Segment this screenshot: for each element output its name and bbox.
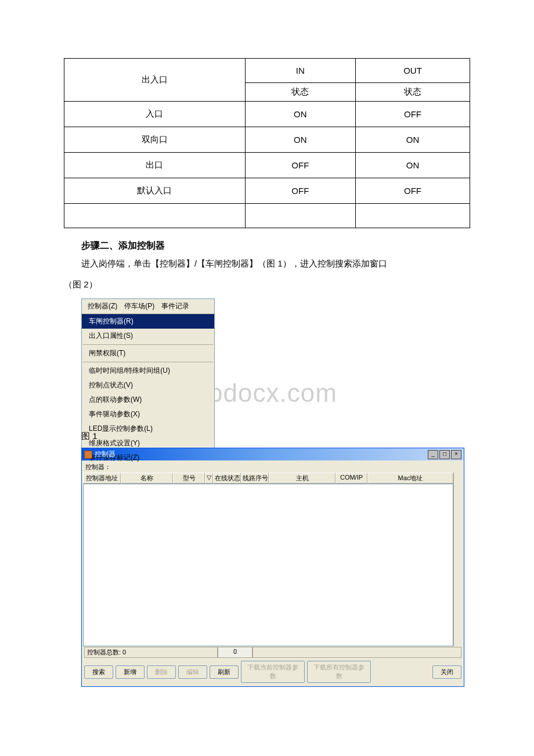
col-sort-icon[interactable]: ▽ — [205, 473, 213, 484]
menu-bar: 控制器(Z) 停车场(P) 事件记录 — [82, 299, 214, 314]
col-header-1: 出入口 — [64, 59, 246, 102]
menu-dropdown: 车闸控制器(R) 出入口属性(S) 闸禁权限(T) 临时时间组/特殊时间组(U)… — [82, 314, 214, 465]
table-row: 双向口 ON ON — [64, 127, 470, 153]
menu-bar-parking[interactable]: 停车场(P) — [121, 300, 158, 312]
controller-window: 控制器 _ □ × 控制器： 控制器地址 名称 型号 ▽ 在线状态 线路序号 主… — [81, 448, 464, 687]
menu-item-event-drive[interactable]: 事件驱动参数(X) — [82, 407, 214, 422]
menu-item-ctrl-point-state[interactable]: 控制点状态(V) — [82, 378, 214, 393]
io-state-table: 出入口 IN OUT 状态 状态 入口 ON OFF 双向口 ON ON 出口 … — [64, 58, 470, 228]
menu-bar-controller[interactable]: 控制器(Z) — [84, 300, 121, 312]
col-mac[interactable]: Mac地址 — [367, 473, 453, 484]
delete-button[interactable]: 删除 — [147, 665, 176, 679]
col-header-out-top: OUT — [355, 59, 470, 83]
button-row: 搜索 新增 删除 编辑 刷新 下载当前控制器参数 下载所有控制器参数 关闭 — [83, 658, 463, 685]
table-row: 入口 ON OFF — [64, 102, 470, 127]
paragraph-2: （图 2） — [64, 278, 470, 291]
status-number: 0 — [218, 647, 252, 658]
col-host[interactable]: 主机 — [269, 473, 335, 484]
table-row-empty — [64, 204, 470, 228]
add-button[interactable]: 新增 — [116, 665, 145, 679]
vertical-scrollbar[interactable] — [453, 473, 463, 646]
col-ctrl-addr[interactable]: 控制器地址 — [83, 473, 121, 484]
menu-item-gate-controller[interactable]: 车闸控制器(R) — [82, 314, 214, 329]
close-icon[interactable]: × — [451, 450, 461, 459]
refresh-button[interactable]: 刷新 — [210, 665, 239, 679]
close-button[interactable]: 关闭 — [432, 665, 461, 679]
app-icon — [84, 451, 92, 459]
col-header-in-bottom: 状态 — [245, 83, 355, 102]
col-header-out-bottom: 状态 — [355, 83, 470, 102]
minimize-icon[interactable]: _ — [428, 450, 438, 459]
col-com-ip[interactable]: COM/IP — [335, 473, 367, 484]
status-bar: 控制器总数: 0 0 — [83, 646, 463, 658]
edit-button[interactable]: 编辑 — [178, 665, 207, 679]
status-total: 控制器总数: 0 — [84, 647, 218, 658]
grid-body-empty — [83, 484, 453, 646]
download-all-button[interactable]: 下载所有控制器参数 — [307, 661, 371, 683]
menu-item-time-group[interactable]: 临时时间组/特殊时间组(U) — [82, 363, 214, 378]
table-row: 默认入口 OFF OFF — [64, 178, 470, 204]
col-name[interactable]: 名称 — [121, 473, 173, 484]
grid-header: 控制器地址 名称 型号 ▽ 在线状态 线路序号 主机 COM/IP Mac地址 — [83, 473, 453, 484]
menu-separator — [83, 344, 213, 345]
menu-bar-event[interactable]: 事件记录 — [158, 300, 193, 312]
maximize-icon[interactable]: □ — [439, 450, 450, 459]
col-model[interactable]: 型号 — [173, 473, 205, 484]
step-title: 步骤二、添加控制器 — [81, 240, 470, 252]
download-current-button[interactable]: 下载当前控制器参数 — [241, 661, 305, 683]
menu-item-gate-permission[interactable]: 闸禁权限(T) — [82, 346, 214, 361]
col-header-in-top: IN — [245, 59, 355, 83]
col-line-seq[interactable]: 线路序号 — [241, 473, 269, 484]
col-online-state[interactable]: 在线状态 — [213, 473, 241, 484]
window-title: 控制器 — [95, 449, 116, 459]
menu-separator — [83, 362, 213, 362]
menu-item-io-prop[interactable]: 出入口属性(S) — [82, 329, 214, 343]
menu-item-link-param[interactable]: 点的联动参数(W) — [82, 393, 214, 407]
controller-label: 控制器： — [83, 462, 463, 473]
search-button[interactable]: 搜索 — [84, 665, 113, 679]
table-row: 出口 OFF ON — [64, 153, 470, 178]
paragraph-1: 进入岗停端，单击【控制器】/【车闸控制器】（图 1），进入控制搜索添加窗口 — [81, 257, 470, 271]
